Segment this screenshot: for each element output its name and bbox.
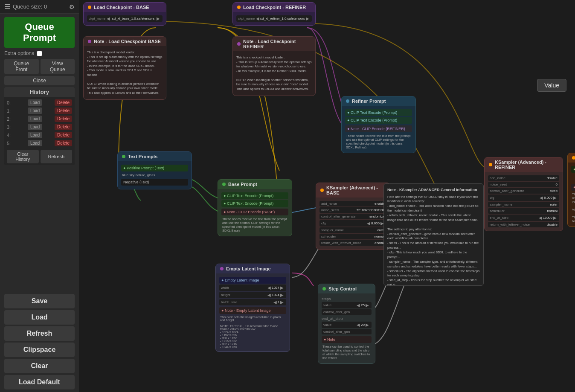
steps-prev[interactable]: ◀ bbox=[356, 303, 361, 308]
batch-prev[interactable]: ◀ bbox=[273, 300, 278, 305]
gear-icon[interactable]: ⚙ bbox=[69, 3, 75, 10]
ksampler-refiner-control[interactable]: control_after_generate fixed bbox=[488, 188, 559, 194]
clipspace-button[interactable]: Clipspace bbox=[4, 343, 75, 357]
height-field[interactable]: height ◀ 1024 ▶ bbox=[219, 292, 286, 298]
node-dot bbox=[88, 6, 91, 9]
batch-next[interactable]: ▶ bbox=[279, 300, 285, 305]
queue-front-button[interactable]: Queue Front bbox=[4, 59, 39, 74]
steps-value-field[interactable]: value ◀ 25 ▶ bbox=[322, 302, 372, 308]
ksampler-refiner-scheduler[interactable]: scheduler normal bbox=[488, 208, 559, 214]
history-delete-button-4[interactable]: Delete bbox=[55, 132, 72, 138]
note-latent-text: This node sets the image's resolution in… bbox=[219, 315, 286, 349]
ksampler-base-cfg[interactable]: cfg ◀ 8.000 ▶ bbox=[319, 220, 386, 226]
ksampler-base-seed[interactable]: noise_seed 721887303308138 bbox=[319, 207, 386, 213]
node-title: Text Prompts bbox=[128, 154, 157, 159]
ckpt-name-field-refiner[interactable]: ckpt_name ◀ sd_xl_refiner_1.0.safetensor… bbox=[236, 15, 312, 22]
history-load-button-1[interactable]: Load bbox=[28, 107, 42, 114]
vae-note-text: This node will take the latent data from… bbox=[571, 192, 575, 224]
node-empty-latent[interactable]: Empty Latent Image ● Empty Latent Image … bbox=[215, 264, 290, 352]
node-title: Load Checkpoint - BASE bbox=[94, 5, 149, 10]
ckpt-value: sd_xl_base_1.0.safetensors bbox=[111, 17, 156, 20]
node-load-checkpoint-base[interactable]: Load Checkpoint - BASE ckpt_name ◀ sd_xl… bbox=[83, 2, 166, 26]
ksampler-refiner-end-step[interactable]: end_at_step ◀ 10000 ▶ bbox=[488, 215, 559, 221]
history-delete-button-5[interactable]: Delete bbox=[55, 140, 72, 146]
ksampler-refiner-add-noise[interactable]: add_noise disable bbox=[488, 175, 559, 181]
ksampler-base-sampler[interactable]: sampler_name euler bbox=[319, 227, 386, 233]
height-value: 1024 bbox=[272, 293, 279, 297]
node-step-control[interactable]: Step Control steps value ◀ 25 ▶ control_… bbox=[318, 284, 375, 364]
history-delete-button-0[interactable]: Delete bbox=[55, 99, 72, 106]
ckpt-name-field[interactable]: ckpt_name ◀ sd_xl_base_1.0.safetensors ▶ bbox=[87, 15, 163, 22]
next-ckpt[interactable]: ▶ bbox=[156, 16, 161, 21]
steps-next[interactable]: ▶ bbox=[365, 303, 370, 308]
history-load-button-3[interactable]: Load bbox=[28, 124, 42, 130]
node-load-checkpoint-refiner[interactable]: Load Checkpoint - REFINER ckpt_name ◀ sd… bbox=[232, 2, 316, 26]
height-next[interactable]: ▶ bbox=[279, 293, 285, 297]
node-text-prompts[interactable]: Text Prompts ● Positive Prompt (Text) bl… bbox=[117, 151, 192, 189]
clip-encode1-refiner: ● CLIP Text Encode (Prompt) bbox=[345, 109, 412, 116]
ksampler-refiner-seed[interactable]: noise_seed 0 bbox=[488, 182, 559, 187]
end-step-value-field[interactable]: value ◀ 20 ▶ bbox=[322, 322, 372, 328]
cfg-prev[interactable]: ◀ bbox=[366, 221, 371, 226]
end-step-prev[interactable]: ◀ bbox=[538, 215, 543, 220]
ksampler-base-scheduler[interactable]: scheduler normal bbox=[319, 234, 386, 239]
steps-control-field[interactable]: control_after_gen bbox=[322, 309, 372, 315]
list-item: 3: Load Delete bbox=[7, 123, 72, 131]
node-base-prompt[interactable]: Base Prompt ● CLIP Text Encode (Prompt) … bbox=[218, 179, 292, 236]
canvas[interactable]: Load Checkpoint - BASE ckpt_name ◀ sd_xl… bbox=[79, 0, 575, 392]
width-next[interactable]: ▶ bbox=[279, 285, 285, 290]
node-ksampler-refiner[interactable]: KSampler (Advanced) - REFINER add_noise … bbox=[484, 157, 563, 231]
extra-options-checkbox[interactable] bbox=[37, 51, 42, 56]
history-load-button-4[interactable]: Load bbox=[28, 132, 42, 138]
width-field[interactable]: width ◀ 1024 ▶ bbox=[219, 285, 286, 291]
end-step-next[interactable]: ▶ bbox=[552, 215, 558, 220]
width-prev[interactable]: ◀ bbox=[267, 285, 272, 290]
next-ckpt-refiner[interactable]: ▶ bbox=[305, 16, 310, 21]
clip-encode2-base: ● CLIP Text Encode (Prompt) bbox=[221, 200, 288, 207]
list-item: 1: Load Delete bbox=[7, 107, 72, 115]
history-load-button-2[interactable]: Load bbox=[28, 116, 42, 122]
view-queue-button[interactable]: View Queue bbox=[41, 59, 75, 74]
cfg-refiner-next[interactable]: ▶ bbox=[552, 195, 558, 200]
sidebar: ☰ Queue size: 0 ⚙ Queue Prompt Extra opt… bbox=[0, 0, 79, 392]
node-refiner-prompt[interactable]: Refiner Prompt ● CLIP Text Encode (Promp… bbox=[341, 96, 416, 153]
end-step-val-prev[interactable]: ◀ bbox=[356, 322, 361, 327]
ksampler-base-leftover[interactable]: return_with_leftover_noise enable bbox=[319, 240, 386, 246]
history-delete-button-2[interactable]: Delete bbox=[55, 116, 72, 122]
batch-field[interactable]: batch_size ◀ 1 ▶ bbox=[219, 299, 286, 305]
queue-prompt-button[interactable]: Queue Prompt bbox=[4, 17, 75, 48]
cfg-refiner-prev[interactable]: ◀ bbox=[539, 195, 544, 200]
prev-ckpt-refiner[interactable]: ◀ bbox=[255, 16, 260, 21]
prev-ckpt[interactable]: ◀ bbox=[106, 16, 111, 21]
history-load-button-0[interactable]: Load bbox=[28, 99, 42, 106]
save-button[interactable]: Save bbox=[4, 294, 75, 308]
ckpt-value-refiner: sd_xl_refiner_1.0.safetensors bbox=[260, 17, 305, 20]
history-load-button-5[interactable]: Load bbox=[28, 140, 42, 146]
end-step-val-next[interactable]: ▶ bbox=[365, 322, 370, 327]
ksampler-base-add-noise[interactable]: add_noise enable bbox=[319, 201, 386, 206]
ksampler-refiner-cfg[interactable]: cfg ◀ 8.000 ▶ bbox=[488, 195, 559, 201]
refresh-button[interactable]: Refresh bbox=[4, 326, 75, 341]
refresh-history-button[interactable]: Refresh bbox=[41, 150, 73, 163]
ksampler-base-control[interactable]: control_after_generate randomize bbox=[319, 214, 386, 219]
history-delete-button-3[interactable]: Delete bbox=[55, 124, 72, 130]
load-button[interactable]: Load bbox=[4, 310, 75, 325]
node-title: KSampler (Advanced) - BASE bbox=[326, 185, 386, 195]
height-prev[interactable]: ◀ bbox=[267, 293, 272, 297]
end-step-control-field[interactable]: control_after_gen bbox=[322, 329, 372, 334]
clear-history-button[interactable]: Clear History bbox=[7, 150, 39, 163]
vae-spacer bbox=[571, 174, 575, 182]
history-delete-button-1[interactable]: Delete bbox=[55, 107, 72, 114]
sidebar-buttons: Save Load Refresh Clipspace Clear Load D… bbox=[0, 291, 79, 392]
ksampler-refiner-leftover[interactable]: return_with_leftover_noise disable bbox=[488, 222, 559, 227]
history-list: 0: Load Delete 1: Load Delete 2: Load De… bbox=[4, 97, 75, 148]
list-item: 2: Load Delete bbox=[7, 115, 72, 123]
ksampler-refiner-sampler[interactable]: sampler_name euler bbox=[488, 202, 559, 207]
close-button[interactable]: Close bbox=[4, 76, 75, 85]
list-item: 0: Load Delete bbox=[7, 99, 72, 107]
info-panel-title: Note - KSampler ADVANCED General Informa… bbox=[387, 187, 480, 193]
node-vae-decoder[interactable]: VAE Decoder ● VAE Decode ● Note - VAE De… bbox=[567, 153, 575, 227]
clear-button[interactable]: Clear bbox=[4, 359, 75, 373]
load-default-button[interactable]: Load Default bbox=[4, 375, 75, 389]
node-ksampler-base[interactable]: KSampler (Advanced) - BASE add_noise ena… bbox=[316, 183, 390, 250]
